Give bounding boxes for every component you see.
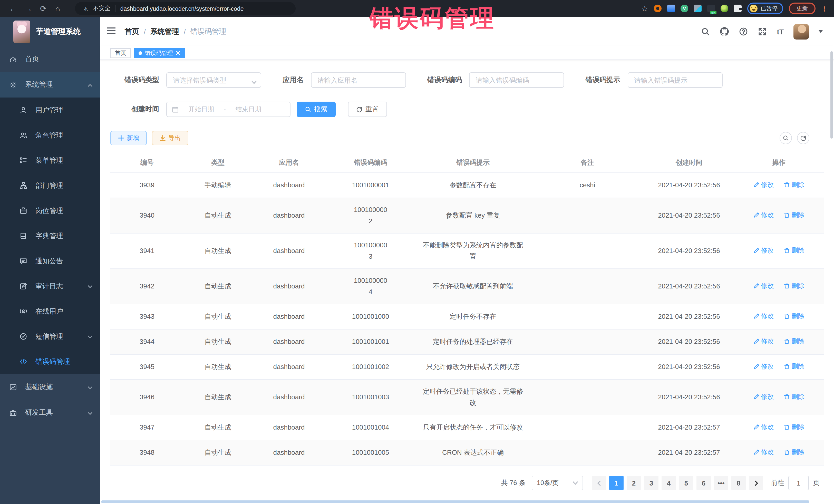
browser-home-icon[interactable] xyxy=(56,4,71,13)
date-range-picker[interactable]: - xyxy=(166,102,290,117)
error-type-select[interactable] xyxy=(166,72,261,88)
app-logo[interactable]: 芋道管理系统 xyxy=(0,17,100,46)
edit-link[interactable]: 修改 xyxy=(753,361,774,372)
sidebar-item-error-code[interactable]: 错误码管理 xyxy=(0,349,100,374)
sidebar-item-sms[interactable]: 短信管理 xyxy=(0,324,100,349)
page-size-select[interactable]: 10条/页 xyxy=(532,476,583,490)
edit-link[interactable]: 修改 xyxy=(753,446,774,458)
horizontal-scrollbar[interactable] xyxy=(101,500,809,503)
delete-link[interactable]: 删除 xyxy=(784,391,805,402)
edit-link[interactable]: 修改 xyxy=(753,280,774,291)
edit-link[interactable]: 修改 xyxy=(753,210,774,221)
prev-page-button[interactable] xyxy=(592,476,606,490)
sidebar-item-infrastructure[interactable]: 基础设施 xyxy=(0,374,100,400)
help-icon[interactable] xyxy=(739,27,748,36)
delete-link[interactable]: 删除 xyxy=(784,179,805,191)
dashboard-icon xyxy=(9,55,17,63)
page-number-button[interactable]: 4 xyxy=(662,476,676,490)
github-icon[interactable] xyxy=(720,27,729,36)
error-type-select-input[interactable] xyxy=(166,72,261,88)
delete-link[interactable]: 删除 xyxy=(784,446,805,458)
page-number-button[interactable]: ••• xyxy=(714,476,728,490)
extension-icon-green[interactable] xyxy=(721,5,728,12)
user-menu-caret-icon[interactable] xyxy=(819,30,823,33)
add-button[interactable]: 新增 xyxy=(110,131,147,145)
page-number-label: 6 xyxy=(702,479,705,487)
address-bar[interactable]: 不安全 dashboard.yudao.iocoder.cn/system/er… xyxy=(75,2,295,15)
sidebar-toggle-icon[interactable] xyxy=(107,26,116,37)
sidebar-item-roles[interactable]: 角色管理 xyxy=(0,123,100,148)
sidebar-item-menus[interactable]: 菜单管理 xyxy=(0,148,100,173)
toggle-search-button[interactable] xyxy=(780,132,792,144)
delete-link[interactable]: 删除 xyxy=(784,361,805,372)
font-size-icon[interactable]: tT xyxy=(777,27,784,36)
refresh-table-button[interactable] xyxy=(797,132,809,144)
browser-menu-icon[interactable] xyxy=(821,4,828,13)
delete-link[interactable]: 删除 xyxy=(784,421,805,433)
next-page-button[interactable] xyxy=(749,476,763,490)
edit-link[interactable]: 修改 xyxy=(753,421,774,433)
page-number-button[interactable]: 5 xyxy=(679,476,694,490)
sidebar-item-departments[interactable]: 部门管理 xyxy=(0,173,100,198)
sidebar-item-dev-tools[interactable]: 研发工具 xyxy=(0,400,100,425)
cell-hint: 定时任务已经处于该状态，无需修改 xyxy=(415,380,531,415)
edit-link[interactable]: 修改 xyxy=(753,310,774,322)
delete-link[interactable]: 删除 xyxy=(784,336,805,347)
page-number-button[interactable]: 8 xyxy=(731,476,746,490)
page-number-button[interactable]: 6 xyxy=(697,476,711,490)
page-number-button[interactable]: 3 xyxy=(644,476,658,490)
edit-link[interactable]: 修改 xyxy=(753,245,774,256)
breadcrumb-home[interactable]: 首页 xyxy=(125,27,139,36)
sidebar-item-audit-log[interactable]: 审计日志 xyxy=(0,273,100,299)
extension-icon-blue[interactable] xyxy=(667,5,675,12)
sidebar-item-users[interactable]: 用户管理 xyxy=(0,97,100,123)
extension-icon-orange[interactable] xyxy=(654,5,662,12)
date-start-input[interactable] xyxy=(181,106,221,113)
edit-pencil-icon xyxy=(753,212,759,218)
cell-code: 1001001003 xyxy=(326,386,415,409)
browser-update-button[interactable]: 更新 xyxy=(789,3,815,14)
extension-icon-on-badge[interactable] xyxy=(707,5,715,12)
sidebar-item-system[interactable]: 系统管理 xyxy=(0,72,100,97)
sidebar-item-posts[interactable]: 岗位管理 xyxy=(0,198,100,223)
page-number-button[interactable]: 1 xyxy=(609,476,623,490)
error-hint-input[interactable] xyxy=(628,72,722,88)
browser-forward-icon[interactable] xyxy=(25,4,40,13)
sidebar-item-online-users[interactable]: 在线用户 xyxy=(0,299,100,324)
export-button[interactable]: 导出 xyxy=(152,131,188,145)
page-number-button[interactable]: 2 xyxy=(627,476,641,490)
cell-created: 2021-04-20 23:52:56 xyxy=(644,355,734,379)
browser-reload-icon[interactable] xyxy=(40,4,56,13)
header-search-icon[interactable] xyxy=(701,27,710,36)
edit-link[interactable]: 修改 xyxy=(753,179,774,191)
extension-icon-diamond[interactable] xyxy=(694,5,702,12)
delete-link[interactable]: 删除 xyxy=(784,245,805,256)
security-label: 不安全 xyxy=(93,5,111,12)
tag-home[interactable]: 首页 xyxy=(110,48,131,58)
sidebar-item-notices[interactable]: 通知公告 xyxy=(0,248,100,273)
delete-link[interactable]: 删除 xyxy=(784,310,805,322)
date-end-input[interactable] xyxy=(228,106,268,113)
tag-close-icon[interactable] xyxy=(176,50,181,56)
delete-link[interactable]: 删除 xyxy=(784,210,805,221)
breadcrumb-system[interactable]: 系统管理 xyxy=(150,27,179,36)
search-button[interactable]: 搜索 xyxy=(297,102,336,117)
tag-error-code[interactable]: 错误码管理 xyxy=(134,48,185,58)
bookmark-star-icon[interactable] xyxy=(641,4,648,13)
user-avatar[interactable] xyxy=(793,24,809,39)
edit-link[interactable]: 修改 xyxy=(753,336,774,347)
profile-paused-pill[interactable]: 已暂停 xyxy=(747,3,783,14)
vue-devtools-extension-icon[interactable] xyxy=(681,5,688,12)
fullscreen-icon[interactable] xyxy=(758,27,767,36)
browser-back-icon[interactable] xyxy=(9,4,25,13)
sidebar-item-home[interactable]: 首页 xyxy=(0,46,100,72)
edit-link[interactable]: 修改 xyxy=(753,391,774,402)
error-code-input[interactable] xyxy=(469,72,564,88)
extensions-puzzle-icon[interactable] xyxy=(734,5,742,12)
vertical-scrollbar[interactable] xyxy=(830,51,833,138)
goto-page-input[interactable] xyxy=(788,476,809,490)
reset-button[interactable]: 重置 xyxy=(348,102,387,117)
app-name-input[interactable] xyxy=(311,72,406,88)
delete-link[interactable]: 删除 xyxy=(784,280,805,291)
sidebar-item-dictionary[interactable]: 字典管理 xyxy=(0,223,100,248)
